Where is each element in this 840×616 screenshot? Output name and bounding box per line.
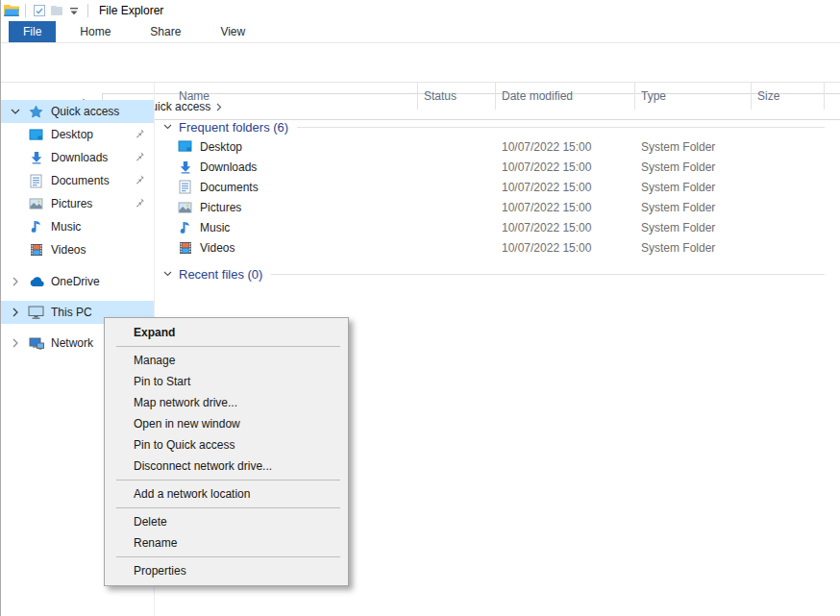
sidebar-item-label: Videos [51,243,86,257]
column-header-date-modified[interactable]: Date modified [496,83,635,110]
customize-toolbar-chevron[interactable] [65,3,83,18]
column-headers: Name Status Date modified Type Size [156,83,840,110]
group-header-label: Recent files (0) [179,267,262,282]
sidebar-item-desktop[interactable]: Desktop [1,123,154,146]
toolbar-separator [87,4,88,17]
group-header-rule [297,127,825,128]
file-name: Downloads [200,160,257,174]
pin-icon [134,174,146,186]
menu-item-manage[interactable]: Manage [105,350,348,371]
file-row-videos[interactable]: Videos 10/07/2022 15:00 System Folder [156,237,840,258]
menu-item-open-in-new-window[interactable]: Open in new window [105,413,348,434]
menu-item-map-network-drive[interactable]: Map network drive... [105,392,348,413]
sidebar-item-onedrive[interactable]: OneDrive [1,270,154,293]
chevron-right-icon[interactable] [9,277,22,286]
chevron-right-icon[interactable] [9,308,22,317]
menu-separator [116,346,340,347]
file-explorer-window: File Explorer File Home Share View Quic [0,0,840,616]
file-size [752,157,825,177]
onedrive-icon [28,274,44,289]
file-type: System Folder [635,197,752,217]
sidebar-item-label: This PC [51,306,92,319]
file-date-modified: 10/07/2022 15:00 [496,157,635,177]
pin-icon [134,128,146,140]
menu-item-rename[interactable]: Rename [105,532,348,554]
sidebar-item-label: OneDrive [51,275,100,288]
sidebar-item-label: Quick access [51,105,119,118]
file-name: Documents [200,181,259,194]
sidebar-item-downloads[interactable]: Downloads [1,146,154,169]
chevron-down-icon[interactable] [163,271,172,277]
documents-icon [177,180,193,195]
file-size [752,237,825,258]
sidebar-item-pictures[interactable]: Pictures [1,192,154,215]
navigation-bar: Quick access [1,43,840,83]
menu-item-properties[interactable]: Properties [105,560,348,581]
file-type: System Folder [635,237,752,258]
file-row-downloads[interactable]: Downloads 10/07/2022 15:00 System Folder [156,157,840,177]
file-name: Music [200,221,230,234]
pictures-icon [28,196,44,211]
group-header-recent-files[interactable]: Recent files (0) [156,264,840,283]
file-row-pictures[interactable]: Pictures 10/07/2022 15:00 System Folder [156,197,840,217]
file-status [418,136,496,157]
pin-icon [134,197,146,209]
properties-icon[interactable] [31,3,48,18]
context-menu: Expand Manage Pin to Start Map network d… [104,317,349,586]
menu-item-delete[interactable]: Delete [105,511,348,532]
chevron-down-icon[interactable] [9,109,22,115]
file-row-music[interactable]: Music 10/07/2022 15:00 System Folder [156,217,840,237]
sidebar-item-music[interactable]: Music [1,215,154,238]
sidebar-item-documents[interactable]: Documents [1,169,154,192]
sidebar-item-quick-access[interactable]: Quick access [1,100,154,123]
file-status [418,157,496,177]
sidebar-item-label: Pictures [51,197,92,210]
menu-item-pin-to-start[interactable]: Pin to Start [105,371,348,392]
chevron-down-icon[interactable] [163,124,172,130]
column-header-size[interactable]: Size [752,83,825,110]
tab-share[interactable]: Share [135,21,196,42]
ribbon-tab-bar: File Home Share View [1,21,840,43]
tab-file[interactable]: File [9,21,56,42]
menu-item-add-a-network-location[interactable]: Add a network location [105,483,348,505]
file-explorer-app-icon [3,3,20,18]
file-status [418,197,496,217]
file-type: System Folder [635,136,752,157]
music-icon [177,220,193,235]
menu-separator [116,507,340,508]
menu-item-pin-to-quick-access[interactable]: Pin to Quick access [105,434,348,456]
tab-home[interactable]: Home [64,21,126,42]
column-header-status[interactable]: Status [418,83,496,110]
menu-item-disconnect-network-drive[interactable]: Disconnect network drive... [105,456,348,477]
menu-item-expand[interactable]: Expand [105,322,348,343]
tab-view[interactable]: View [205,21,260,42]
column-header-name[interactable]: Name [156,83,418,110]
file-date-modified: 10/07/2022 15:00 [496,217,635,237]
quick-access-star-icon [28,104,44,119]
file-date-modified: 10/07/2022 15:00 [496,237,635,258]
chevron-right-icon[interactable] [9,338,22,348]
pin-icon [134,151,146,163]
file-size [752,177,825,197]
this-pc-icon [28,305,44,320]
sidebar-item-videos[interactable]: Videos [1,238,154,261]
downloads-icon [177,160,193,175]
file-type: System Folder [635,217,752,237]
toolbar-separator [25,4,26,17]
file-status [418,217,496,237]
file-status [418,237,496,258]
file-row-desktop[interactable]: Desktop 10/07/2022 15:00 System Folder [156,136,840,157]
videos-icon [28,242,44,258]
sidebar-item-label: Documents [51,174,110,187]
sidebar-item-label: Network [51,336,93,350]
sidebar-item-label: Music [51,220,81,234]
network-icon [28,335,44,351]
group-header-rule [271,274,825,275]
column-header-type[interactable]: Type [635,83,752,110]
file-size [752,197,825,217]
file-type: System Folder [635,157,752,177]
group-header-frequent-folders[interactable]: Frequent folders (6) [156,117,840,136]
file-row-documents[interactable]: Documents 10/07/2022 15:00 System Folder [156,177,840,197]
new-folder-icon[interactable] [48,3,65,18]
sidebar-item-label: Desktop [51,128,93,141]
